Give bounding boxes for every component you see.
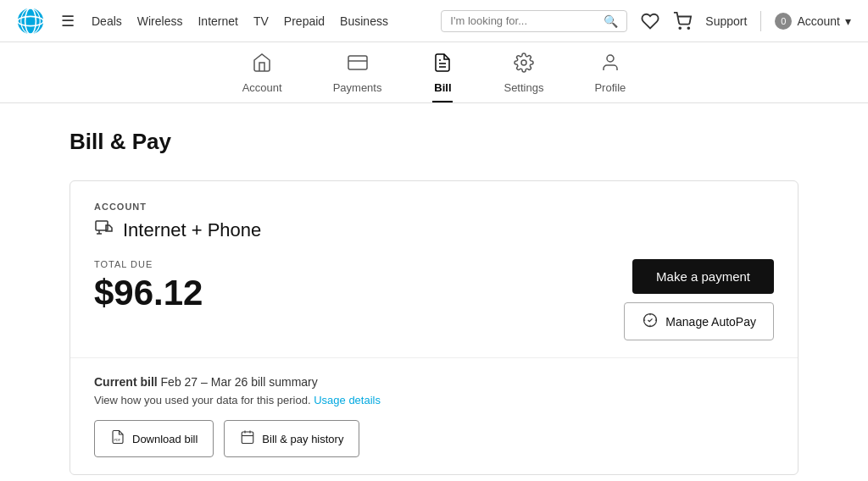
profile-nav-icon xyxy=(600,53,620,78)
download-bill-button[interactable]: PDF Download bill xyxy=(94,420,214,457)
bill-amount-section: TOTAL DUE $96.12 xyxy=(94,259,203,313)
subnav-profile[interactable]: Profile xyxy=(594,53,626,102)
autopay-icon xyxy=(642,312,659,331)
att-logo[interactable] xyxy=(17,8,44,35)
top-nav-links: Deals Wireless Internet TV Prepaid Busin… xyxy=(92,14,388,28)
search-input[interactable] xyxy=(450,14,604,27)
bill-actions: PDF Download bill Bill & pay xyxy=(94,420,774,457)
account-button[interactable]: 0 Account ▾ xyxy=(775,13,851,30)
sub-nav: Account Payments Bill xyxy=(0,42,868,103)
subnav-payments-label: Payments xyxy=(333,81,382,94)
account-type: Internet + Phone xyxy=(94,218,774,242)
usage-details-link[interactable]: Usage details xyxy=(314,394,381,406)
manage-autopay-button[interactable]: Manage AutoPay xyxy=(624,302,774,340)
bill-pay-history-button[interactable]: Bill & pay history xyxy=(224,420,359,457)
account-section-label: ACCOUNT xyxy=(94,202,774,212)
usage-info: View how you used your data for this per… xyxy=(94,394,774,406)
wishlist-button[interactable] xyxy=(641,12,659,30)
heart-icon xyxy=(641,12,659,30)
pdf-icon: PDF xyxy=(110,429,125,448)
account-type-label: Internet + Phone xyxy=(123,219,261,241)
search-bar[interactable]: 🔍 xyxy=(441,10,627,32)
bill-card-bottom: Current bill Feb 27 – Mar 26 bill summar… xyxy=(70,357,798,474)
bill-card-top: ACCOUNT Internet + Phone TOTAL DUE $96.1… xyxy=(70,181,798,357)
nav-business[interactable]: Business xyxy=(340,14,388,28)
cart-button[interactable] xyxy=(673,12,692,30)
total-due-label: TOTAL DUE xyxy=(94,259,203,269)
page-content: Bill & Pay ACCOUNT Internet + Phone TOTA xyxy=(53,103,815,481)
subnav-profile-label: Profile xyxy=(594,81,626,94)
payments-nav-icon xyxy=(348,53,368,78)
nav-tv[interactable]: TV xyxy=(253,14,269,28)
nav-divider xyxy=(760,11,761,31)
hamburger-icon[interactable]: ☰ xyxy=(61,12,75,30)
subnav-payments[interactable]: Payments xyxy=(333,53,382,102)
cart-icon xyxy=(673,12,692,30)
svg-point-4 xyxy=(680,27,682,29)
current-bill-label: Current bill xyxy=(94,375,158,389)
page-title: Bill & Pay xyxy=(70,129,798,155)
subnav-bill[interactable]: Bill xyxy=(432,53,453,102)
top-nav: ☰ Deals Wireless Internet TV Prepaid Bus… xyxy=(0,0,868,42)
calendar-icon xyxy=(240,429,255,448)
make-payment-button[interactable]: Make a payment xyxy=(632,259,774,294)
bill-pay-history-label: Bill & pay history xyxy=(262,433,343,445)
internet-phone-icon xyxy=(94,218,114,242)
subnav-settings[interactable]: Settings xyxy=(504,53,543,102)
subnav-settings-label: Settings xyxy=(504,81,543,94)
payment-actions: Make a payment Manage AutoPay xyxy=(624,259,774,340)
account-nav-icon xyxy=(252,53,272,78)
subnav-account-label: Account xyxy=(242,81,282,94)
subnav-account[interactable]: Account xyxy=(242,53,282,102)
account-label: Account xyxy=(797,14,840,28)
support-link[interactable]: Support xyxy=(705,14,747,28)
download-bill-label: Download bill xyxy=(132,433,198,445)
nav-wireless[interactable]: Wireless xyxy=(137,14,183,28)
svg-point-5 xyxy=(688,27,690,29)
top-nav-left: ☰ Deals Wireless Internet TV Prepaid Bus… xyxy=(17,8,388,35)
chevron-down-icon: ▾ xyxy=(845,14,851,28)
svg-point-10 xyxy=(521,60,526,65)
current-bill-row: Current bill Feb 27 – Mar 26 bill summar… xyxy=(94,375,774,389)
search-icon: 🔍 xyxy=(604,14,618,28)
manage-autopay-label: Manage AutoPay xyxy=(665,315,756,329)
nav-deals[interactable]: Deals xyxy=(92,14,122,28)
svg-point-11 xyxy=(607,55,614,62)
bill-summary-row: TOTAL DUE $96.12 Make a payment xyxy=(94,259,774,340)
total-amount: $96.12 xyxy=(94,273,203,313)
svg-rect-17 xyxy=(242,432,254,444)
svg-text:PDF: PDF xyxy=(114,439,121,442)
account-badge: 0 xyxy=(775,13,792,30)
top-nav-right: 🔍 Support 0 Account ▾ xyxy=(441,10,851,32)
nav-internet[interactable]: Internet xyxy=(198,14,237,28)
bill-card: ACCOUNT Internet + Phone TOTAL DUE $96.1… xyxy=(70,180,798,475)
svg-rect-6 xyxy=(348,56,367,69)
bill-nav-icon xyxy=(432,53,453,78)
usage-info-text: View how you used your data for this per… xyxy=(94,394,311,406)
subnav-bill-label: Bill xyxy=(434,81,451,94)
nav-prepaid[interactable]: Prepaid xyxy=(284,14,325,28)
bill-period-text: Feb 27 – Mar 26 bill summary xyxy=(161,375,318,389)
settings-nav-icon xyxy=(514,53,534,78)
